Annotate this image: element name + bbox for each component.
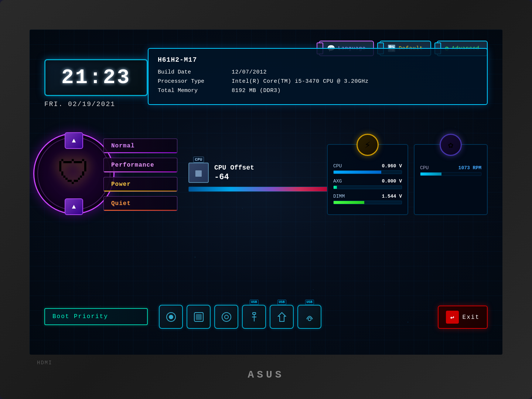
voltage-panel: ⚡ CPU 0.960 V AXG 0.00 <box>327 144 408 215</box>
voltage-row-dimm: DIMM 1.544 V <box>333 194 402 204</box>
shield-icon: 🛡 <box>57 154 91 194</box>
exit-icon: ↩ <box>446 311 459 324</box>
boot-priority-button[interactable]: Boot Priority <box>44 308 148 325</box>
arrow-down-button[interactable]: ▲ <box>65 198 83 215</box>
mode-normal-button[interactable]: Normal <box>103 139 177 153</box>
cpu-bar-track <box>188 187 329 192</box>
fan-label-cpu: CPU 1073 RPM <box>420 165 481 171</box>
sysinfo-row-memory: Total Memory 8192 MB (DDR3) <box>158 88 478 94</box>
svg-point-5 <box>225 315 228 319</box>
cpu-offset-value: -64 <box>214 173 254 182</box>
bottom-icons <box>159 305 321 329</box>
svg-rect-3 <box>196 314 202 320</box>
boot-icon-usb-1[interactable] <box>242 305 266 329</box>
v-label-dimm: DIMM <box>333 194 345 199</box>
v-label-axg: AXG <box>333 178 342 184</box>
voltage-row-cpu: CPU 0.960 V <box>333 163 402 174</box>
clock-time: 21:23 <box>53 66 139 89</box>
mode-normal-label: Normal <box>111 143 135 149</box>
clock-display: 21:23 <box>44 59 148 96</box>
v-bar-track-cpu <box>333 170 402 174</box>
cpu-icon-label: ▦ CPU Offset -64 <box>188 163 329 183</box>
v-bar-track-dimm <box>333 201 402 204</box>
cpu-bar-fill <box>189 187 328 191</box>
mode-performance-label: Performance <box>111 162 154 168</box>
svg-point-1 <box>169 315 173 319</box>
boot-icon-usb-2[interactable] <box>270 305 294 329</box>
v-value-dimm: 1.544 V <box>382 194 402 199</box>
f-value-cpu: 1073 RPM <box>458 165 481 171</box>
cpu-offset-title: CPU Offset <box>214 164 254 171</box>
v-bar-axg <box>334 186 337 189</box>
shield-circle: ▲ 🛡 ▲ <box>33 133 115 214</box>
mode-buttons: Normal Performance Power Quiet <box>103 139 177 211</box>
sysinfo-key-processor: Processor Type <box>158 78 232 85</box>
cpu-offset-section: ▦ CPU Offset -64 <box>188 163 329 200</box>
hdmi-label: HDMI <box>37 360 52 366</box>
boot-icon-usb-3[interactable] <box>297 305 321 329</box>
svg-point-10 <box>308 318 311 321</box>
sysinfo-row-date: Build Date 12/07/2012 <box>158 69 478 75</box>
exit-button[interactable]: ↩ Exit <box>438 306 488 329</box>
sysinfo-key-date: Build Date <box>158 69 232 75</box>
sysinfo-model: H61H2-M17 <box>158 56 478 64</box>
fan-panel: ✿ CPU 1073 RPM <box>414 144 488 215</box>
mode-performance-button[interactable]: Performance <box>103 158 177 173</box>
arrow-up-button[interactable]: ▲ <box>65 132 83 149</box>
voltage-label-axg: AXG 0.000 V <box>333 178 402 184</box>
v-value-axg: 0.000 V <box>382 178 402 184</box>
mode-quiet-label: Quiet <box>111 200 131 207</box>
v-bar-cpu <box>334 171 381 174</box>
svg-rect-6 <box>253 313 256 314</box>
boot-icon-1[interactable] <box>159 305 183 329</box>
voltage-icon: ⚡ <box>357 134 379 156</box>
cpu-chip-icon: ▦ <box>188 163 209 183</box>
voltage-label-cpu: CPU 0.960 V <box>333 163 402 169</box>
asus-logo: ASUS <box>248 369 284 381</box>
svg-point-4 <box>222 313 231 321</box>
right-panels: ⚡ CPU 0.960 V AXG 0.00 <box>327 144 488 215</box>
v-value-cpu: 0.960 V <box>382 163 402 169</box>
clock-section: 21:23 FRI. 02/19/2021 <box>44 59 148 108</box>
cpu-offset-text: CPU Offset -64 <box>214 164 254 182</box>
f-label-cpu: CPU <box>420 165 429 171</box>
sysinfo-row-processor: Processor Type Intel(R) Core(TM) i5-3470… <box>158 78 478 85</box>
voltage-row-axg: AXG 0.000 V <box>333 178 402 189</box>
fan-icon: ✿ <box>440 134 462 156</box>
f-bar-fill <box>420 173 441 175</box>
boot-icon-2[interactable] <box>187 305 211 329</box>
sysinfo-key-memory: Total Memory <box>158 88 232 94</box>
boot-priority-label: Boot Priority <box>52 313 108 320</box>
clock-date: FRI. 02/19/2021 <box>44 100 148 108</box>
svg-marker-9 <box>278 313 286 321</box>
v-bar-dimm <box>334 201 364 204</box>
mode-quiet-button[interactable]: Quiet <box>103 196 177 211</box>
sysinfo-val-date: 12/07/2012 <box>232 69 267 75</box>
voltage-label-dimm: DIMM 1.544 V <box>333 194 402 199</box>
exit-label: Exit <box>463 314 480 321</box>
fan-value-display: CPU 1073 RPM <box>420 165 481 176</box>
screen: 💬 Language 🔄 Default ⚙ Advanced 21:23 FR… <box>30 30 502 355</box>
mode-power-label: Power <box>111 181 131 188</box>
v-label-cpu: CPU <box>333 163 342 169</box>
f-bar-track <box>420 172 481 176</box>
system-info-box: H61H2-M17 Build Date 12/07/2012 Processo… <box>148 48 488 105</box>
sysinfo-val-memory: 8192 MB (DDR3) <box>232 88 281 94</box>
cpu-bar-container <box>188 187 329 200</box>
sysinfo-val-processor: Intel(R) Core(TM) i5-3470 CPU @ 3.20GHz <box>232 78 369 85</box>
mode-power-button[interactable]: Power <box>103 177 177 192</box>
v-bar-track-axg <box>333 185 402 189</box>
boot-icon-3[interactable] <box>214 305 238 329</box>
